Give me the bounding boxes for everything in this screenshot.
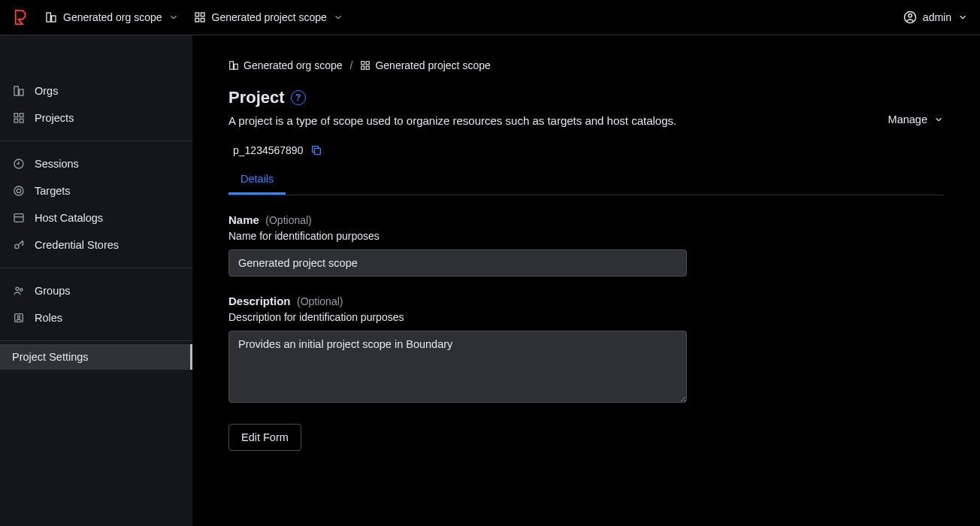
svg-rect-29 (367, 66, 370, 69)
svg-point-16 (17, 189, 20, 192)
svg-rect-4 (195, 18, 199, 22)
sidebar: Orgs Projects Sessions Targets Host Cata… (0, 35, 192, 526)
main-content: Generated org scope / Generated project … (192, 35, 980, 526)
targets-icon (12, 184, 26, 198)
user-icon (903, 11, 917, 24)
page-subtitle: A project is a type of scope used to org… (228, 112, 676, 129)
svg-rect-28 (361, 66, 364, 69)
svg-point-20 (16, 287, 19, 290)
org-scope-selector[interactable]: Generated org scope (45, 11, 179, 23)
svg-rect-10 (14, 113, 18, 117)
svg-rect-3 (201, 13, 204, 17)
svg-rect-0 (47, 13, 50, 22)
breadcrumb-separator: / (350, 59, 353, 71)
manage-dropdown[interactable]: Manage (888, 113, 944, 125)
svg-rect-1 (52, 16, 56, 22)
svg-point-19 (15, 244, 19, 248)
svg-rect-30 (315, 149, 321, 155)
org-scope-label: Generated org scope (63, 11, 162, 23)
sidebar-item-orgs[interactable]: Orgs (0, 77, 192, 104)
svg-rect-13 (20, 119, 23, 122)
description-input[interactable] (228, 331, 687, 403)
org-icon (45, 11, 57, 23)
project-icon (194, 11, 206, 23)
resource-id: p_1234567890 (233, 144, 303, 156)
svg-rect-24 (230, 62, 234, 70)
field-description: Description (Optional) Description for i… (228, 295, 687, 406)
svg-rect-9 (20, 89, 23, 95)
svg-point-21 (20, 289, 23, 291)
breadcrumb-org-label: Generated org scope (243, 59, 343, 71)
svg-rect-2 (195, 13, 199, 17)
sidebar-item-host-catalogs[interactable]: Host Catalogs (0, 204, 192, 231)
description-label: Description (228, 295, 291, 307)
chevron-down-icon (957, 12, 968, 23)
sidebar-item-label: Projects (35, 112, 74, 124)
sidebar-item-label: Credential Stores (35, 239, 119, 251)
description-optional: (Optional) (297, 295, 343, 307)
chevron-down-icon (333, 12, 343, 23)
sidebar-item-label: Roles (35, 312, 62, 324)
breadcrumb-project[interactable]: Generated project scope (360, 59, 490, 71)
name-help: Name for identification purposes (228, 230, 687, 242)
svg-rect-8 (14, 86, 18, 95)
project-icon (360, 60, 371, 71)
project-icon (12, 111, 26, 125)
sidebar-divider (0, 268, 192, 268)
field-name: Name (Optional) Name for identification … (228, 213, 687, 277)
page-title: Project ? (228, 88, 676, 107)
topbar: Generated org scope Generated project sc… (0, 0, 980, 35)
svg-rect-17 (14, 214, 23, 222)
roles-icon (12, 311, 26, 325)
svg-rect-12 (14, 119, 18, 122)
name-optional: (Optional) (265, 214, 311, 226)
tab-details[interactable]: Details (228, 165, 286, 195)
sidebar-item-label: Host Catalogs (35, 212, 103, 224)
project-scope-selector[interactable]: Generated project scope (194, 11, 343, 23)
user-label: admin (923, 11, 951, 23)
key-icon (12, 238, 26, 252)
sidebar-item-label: Targets (35, 185, 71, 197)
chevron-down-icon (168, 12, 179, 23)
org-icon (12, 84, 26, 98)
name-input[interactable] (228, 249, 687, 277)
host-catalogs-icon (12, 211, 26, 225)
resource-id-row: p_1234567890 (233, 144, 944, 156)
sidebar-item-sessions[interactable]: Sessions (0, 150, 192, 177)
tabs: Details (228, 165, 944, 195)
boundary-logo (12, 8, 30, 26)
breadcrumb-project-label: Generated project scope (375, 59, 490, 71)
manage-label: Manage (888, 113, 927, 125)
breadcrumb-org[interactable]: Generated org scope (228, 59, 343, 71)
sidebar-item-projects[interactable]: Projects (0, 104, 192, 132)
svg-rect-27 (367, 62, 370, 65)
sidebar-item-credential-stores[interactable]: Credential Stores (0, 231, 192, 258)
sidebar-divider (0, 141, 192, 141)
sidebar-item-label: Groups (35, 285, 71, 297)
sidebar-item-label: Project Settings (12, 351, 89, 363)
sidebar-item-project-settings[interactable]: Project Settings (0, 344, 192, 370)
name-label: Name (228, 213, 259, 226)
user-menu[interactable]: admin (903, 11, 968, 24)
sidebar-divider (0, 340, 192, 341)
sidebar-item-targets[interactable]: Targets (0, 177, 192, 204)
sidebar-item-roles[interactable]: Roles (0, 304, 192, 331)
project-scope-label: Generated project scope (212, 11, 327, 23)
copy-icon[interactable] (310, 144, 322, 156)
svg-point-7 (909, 14, 912, 18)
svg-rect-26 (361, 62, 364, 65)
chevron-down-icon (933, 114, 944, 125)
sidebar-item-label: Orgs (35, 85, 58, 97)
description-help: Description for identification purposes (228, 311, 687, 323)
sidebar-item-groups[interactable]: Groups (0, 277, 192, 304)
svg-point-23 (17, 316, 20, 318)
breadcrumb: Generated org scope / Generated project … (228, 59, 944, 71)
sessions-icon (12, 157, 26, 171)
groups-icon (12, 284, 26, 298)
svg-rect-25 (234, 64, 238, 69)
sidebar-item-label: Sessions (35, 158, 79, 170)
svg-rect-11 (20, 113, 23, 117)
edit-form-button[interactable]: Edit Form (228, 424, 301, 451)
help-icon[interactable]: ? (291, 90, 306, 105)
org-icon (228, 60, 239, 71)
